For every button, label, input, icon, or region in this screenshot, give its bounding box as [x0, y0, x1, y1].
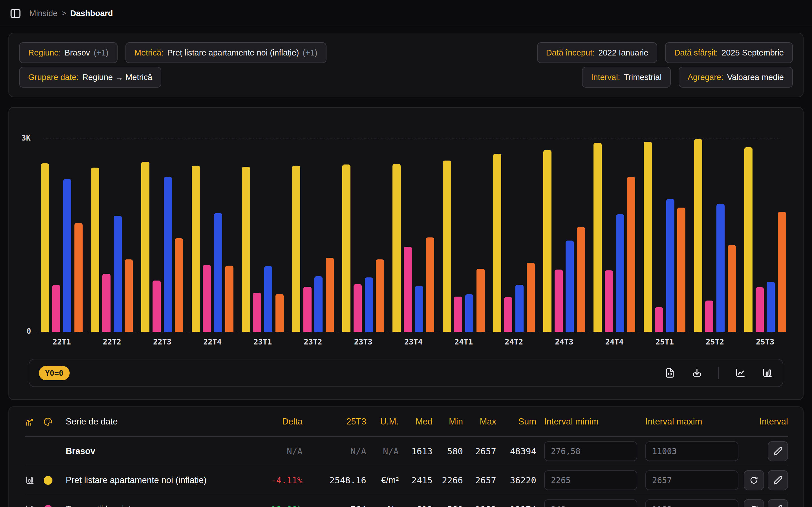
- refresh-icon: [749, 475, 759, 485]
- unit-value: Nr.: [366, 504, 399, 507]
- interval-max-input[interactable]: [645, 499, 739, 507]
- line-chart-view-button[interactable]: [735, 367, 746, 379]
- max-value: 2657: [463, 446, 496, 456]
- chart-group-22T3: 22T3: [141, 138, 183, 332]
- bar-brasov_tranz-22T1: [52, 285, 60, 332]
- med-value: 1613: [399, 446, 433, 456]
- chart-group-24T3: 24T3: [543, 138, 585, 332]
- bar-reg2_tranz-22T1: [74, 223, 83, 332]
- header-interval-minim: Interval minim: [544, 416, 637, 427]
- grouping-label: Grupare date:: [28, 73, 79, 82]
- panel-left-icon: [10, 8, 21, 19]
- med-value: 2415: [399, 475, 433, 485]
- x-axis-label-22T4: 22T4: [203, 337, 221, 346]
- max-value: 1183: [463, 504, 496, 507]
- bar-reg2_pret-23T4: [415, 286, 423, 332]
- bar-reg2_pret-23T2: [314, 276, 322, 332]
- filter-chip-date-start[interactable]: Dată început: 2022 Ianuarie: [537, 42, 658, 63]
- bar-brasov_tranz-23T3: [354, 284, 362, 332]
- filter-chip-date-end[interactable]: Dată sfârșit: 2025 Septembrie: [665, 42, 793, 63]
- gridline-baseline: [36, 332, 785, 332]
- bar-brasov_tranz-23T4: [404, 247, 412, 332]
- bar-brasov_pret-22T2: [91, 168, 99, 332]
- x-axis-label-24T2: 24T2: [505, 337, 523, 346]
- med-value: 812: [399, 504, 433, 507]
- breadcrumb-separator: >: [61, 9, 66, 18]
- bar-brasov_pret-23T3: [342, 165, 350, 332]
- series-color-dot-swatch[interactable]: [44, 476, 52, 485]
- header-interval-maxim: Interval maxim: [645, 416, 739, 427]
- bar-brasov_pret-22T3: [141, 162, 149, 332]
- bar-brasov_pret-23T4: [393, 164, 401, 332]
- bar-reg2_tranz-24T3: [577, 227, 585, 332]
- refresh-interval-button[interactable]: [744, 499, 764, 507]
- export-data-button[interactable]: [664, 367, 675, 379]
- bar-chart-view-button[interactable]: [762, 367, 773, 379]
- series-name: Tranzacții locuințe: [66, 504, 252, 507]
- bar-reg2_tranz-23T4: [426, 237, 434, 332]
- interval-min-input[interactable]: [544, 470, 637, 490]
- filter-chip-aggregation[interactable]: Agregare: Valoarea medie: [679, 67, 793, 88]
- aggregation-value: Valoarea medie: [727, 73, 784, 82]
- bar-reg2_pret-22T2: [114, 216, 122, 332]
- edit-interval-button[interactable]: [768, 499, 788, 507]
- x-axis-label-25T2: 25T2: [706, 337, 724, 346]
- interval-min-input[interactable]: [544, 441, 637, 461]
- header-sum: Sum: [496, 416, 536, 427]
- interval-min-input[interactable]: [544, 499, 637, 507]
- refresh-interval-button[interactable]: [744, 470, 764, 490]
- filter-chip-metric[interactable]: Metrică: Preț listare apartamente noi (i…: [125, 42, 326, 63]
- header-um: U.M.: [366, 416, 399, 427]
- y-axis-label-3k: 3K: [21, 133, 31, 142]
- header-interval: Interval: [739, 416, 788, 427]
- filters-left-bottom: Grupare date: Regiune → Metrică: [19, 67, 161, 88]
- bar-brasov_tranz-22T4: [203, 265, 211, 332]
- bar-reg2_tranz-23T3: [376, 260, 384, 332]
- chart-group-24T4: 24T4: [594, 138, 635, 332]
- edit-interval-button[interactable]: [768, 470, 788, 490]
- pencil-icon: [773, 446, 783, 456]
- x-axis-label-23T2: 23T2: [304, 337, 322, 346]
- chart-group-23T4: 23T4: [393, 138, 434, 332]
- edit-interval-button[interactable]: [768, 441, 788, 461]
- table-row-series: Tranzacții locuințe+18.00%764Nr.81258011…: [25, 495, 788, 507]
- chart-toolbar: Y0=0: [29, 359, 783, 387]
- bar-reg2_pret-22T1: [63, 179, 71, 332]
- bar-brasov_pret-23T1: [242, 167, 250, 332]
- interval-max-input[interactable]: [645, 441, 739, 461]
- breadcrumb: Minside > Dashboard: [29, 9, 113, 18]
- download-button[interactable]: [691, 367, 703, 379]
- breadcrumb-current: Dashboard: [70, 9, 113, 18]
- x-axis-label-22T2: 22T2: [103, 337, 121, 346]
- chart-group-22T2: 22T2: [91, 138, 133, 332]
- bar-brasov_tranz-23T2: [303, 287, 312, 332]
- series-color-dot-swatch[interactable]: [44, 505, 52, 507]
- series-color-dot: [43, 476, 53, 485]
- filters-left-top: Regiune: Brasov (+1) Metrică: Preț lista…: [19, 42, 326, 63]
- unit-value: N/A: [366, 446, 399, 456]
- bar-brasov_tranz-24T3: [555, 270, 563, 332]
- filter-chip-interval[interactable]: Interval: Trimestrial: [582, 67, 670, 88]
- bar-chart-icon: [762, 367, 773, 379]
- line-chart-icon: [735, 367, 746, 379]
- header-delta: Delta: [252, 416, 303, 427]
- interval-max-input[interactable]: [645, 470, 739, 490]
- grouping-value: Regiune → Metrică: [82, 73, 152, 82]
- sidebar-toggle-button[interactable]: [10, 8, 21, 19]
- bar-brasov_pret-24T1: [443, 161, 451, 332]
- filters-row-2: Grupare date: Regiune → Metrică Interval…: [19, 67, 793, 88]
- filter-chip-region[interactable]: Regiune: Brasov (+1): [19, 42, 117, 63]
- sum-value: 12174: [496, 504, 536, 507]
- header-25t3: 25T3: [303, 416, 366, 427]
- header-min: Min: [433, 416, 463, 427]
- date-end-label: Dată sfârșit:: [674, 48, 718, 57]
- filter-chip-grouping[interactable]: Grupare date: Regiune → Metrică: [19, 67, 161, 88]
- unit-value: €/m²: [366, 475, 399, 485]
- bar-brasov_tranz-24T4: [605, 270, 613, 332]
- breadcrumb-parent[interactable]: Minside: [29, 9, 57, 18]
- row-actions: [739, 470, 788, 490]
- download-icon: [691, 367, 703, 379]
- y0-badge[interactable]: Y0=0: [39, 366, 70, 380]
- x-axis-label-24T1: 24T1: [455, 337, 473, 346]
- bar-reg2_pret-22T3: [164, 177, 172, 332]
